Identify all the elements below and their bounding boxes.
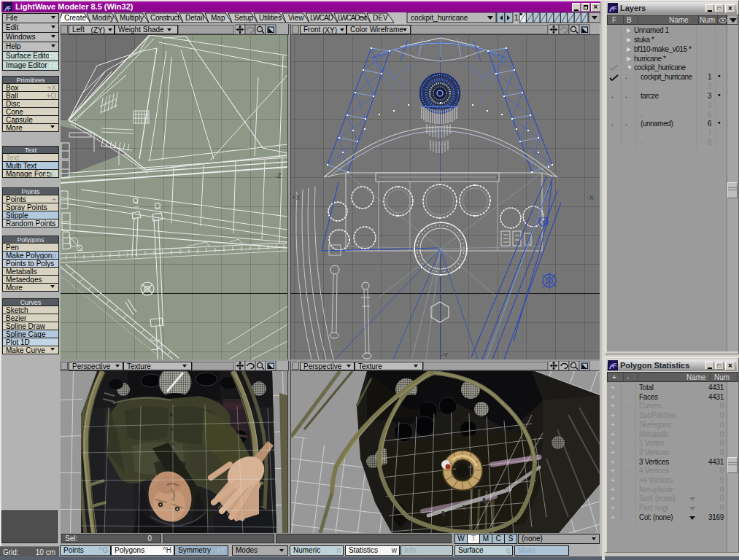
svg-text:-Y: -Y	[441, 351, 448, 359]
svg-text:LWCAD: LWCAD	[310, 14, 333, 22]
svg-text:1: 1	[514, 14, 519, 22]
svg-text:Create: Create	[64, 14, 86, 22]
svg-text:Modify: Modify	[92, 14, 114, 22]
svg-text:Detail: Detail	[185, 14, 204, 22]
svg-text:LWCADext: LWCADext	[338, 14, 367, 22]
svg-text:Setup: Setup	[234, 14, 254, 22]
svg-text:-Z: -Z	[275, 172, 282, 179]
svg-text:-X: -X	[587, 194, 594, 201]
svg-text:Construct: Construct	[150, 14, 179, 22]
svg-text:+X: +X	[292, 194, 300, 201]
svg-text:cockpit_hurricane: cockpit_hurricane	[411, 14, 468, 22]
svg-text:Multiply: Multiply	[120, 14, 144, 22]
svg-text:Map: Map	[211, 14, 225, 22]
svg-text:View: View	[288, 14, 304, 22]
svg-text:Utilities: Utilities	[259, 14, 282, 22]
svg-text:DEV: DEV	[373, 14, 388, 22]
